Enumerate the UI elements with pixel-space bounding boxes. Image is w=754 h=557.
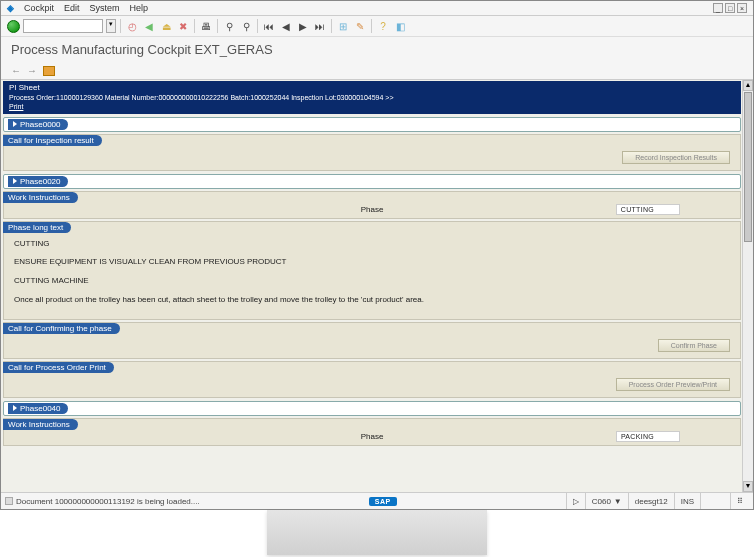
last-page-icon[interactable]: ⏭ <box>313 19 327 33</box>
phase-label: Phase <box>361 205 384 214</box>
header-details: Process Order:110000129360 Material Numb… <box>9 93 735 102</box>
call-inspection-panel: Call for Inspection result Record Inspec… <box>3 134 741 171</box>
longtext-line: CUTTING MACHINE <box>14 275 730 288</box>
expand-icon <box>13 121 17 127</box>
first-page-icon[interactable]: ⏮ <box>262 19 276 33</box>
phase-label: Phase <box>361 432 384 441</box>
menu-help[interactable]: Help <box>130 3 149 13</box>
longtext-line: CUTTING <box>14 238 730 251</box>
maximize-button[interactable]: □ <box>725 3 735 13</box>
folder-icon[interactable] <box>43 66 55 76</box>
close-button[interactable]: × <box>737 3 747 13</box>
help-icon[interactable]: ? <box>376 19 390 33</box>
page-title: Process Manufacturing Cockpit EXT_GERAS <box>1 37 753 62</box>
work-instr-tab[interactable]: Work Instructions <box>3 419 78 430</box>
call-print-panel: Call for Process Order Print Process Ord… <box>3 361 741 398</box>
po-preview-print-button[interactable]: Process Order Preview/Print <box>616 378 730 391</box>
new-session-icon[interactable]: ⊞ <box>336 19 350 33</box>
prev-page-icon[interactable]: ◀ <box>279 19 293 33</box>
status-message: Document 100000000000113192 is being loa… <box>16 497 200 506</box>
vertical-scrollbar[interactable]: ▲ ▼ <box>742 80 753 492</box>
longtext-line: Once all product on the trolley has been… <box>14 294 730 307</box>
expand-icon <box>13 178 17 184</box>
save-icon[interactable]: ◴ <box>125 19 139 33</box>
phase-0020-tab[interactable]: Phase0020 <box>8 176 68 187</box>
menu-system[interactable]: System <box>90 3 120 13</box>
back-icon[interactable]: ◀ <box>142 19 156 33</box>
toolbar: ▾ ◴ ◀ ⏏ ✖ 🖶 ⚲ ⚲ ⏮ ◀ ▶ ⏭ ⊞ ✎ ? ◧ <box>1 16 753 37</box>
nav-right-icon[interactable]: ▷ <box>573 497 579 506</box>
call-confirm-panel: Call for Confirming the phase Confirm Ph… <box>3 322 741 359</box>
phase-value-cutting: CUTTING <box>616 204 680 215</box>
menu-edit[interactable]: Edit <box>64 3 80 13</box>
call-confirm-tab[interactable]: Call for Confirming the phase <box>3 323 120 334</box>
layout-icon[interactable]: ◧ <box>393 19 407 33</box>
find-icon[interactable]: ⚲ <box>222 19 236 33</box>
pi-sheet-header: PI Sheet Process Order:110000129360 Mate… <box>3 81 741 114</box>
record-inspection-button[interactable]: Record Inspection Results <box>622 151 730 164</box>
status-client: C060 <box>592 497 611 506</box>
phase-0000-tab[interactable]: Phase0000 <box>8 119 68 130</box>
status-handle-icon[interactable] <box>5 497 13 505</box>
longtext-line: ENSURE EQUIPMENT IS VISUALLY CLEAN FROM … <box>14 256 730 269</box>
minimize-button[interactable]: _ <box>713 3 723 13</box>
call-inspection-tab[interactable]: Call for Inspection result <box>3 135 102 146</box>
status-grip-icon[interactable]: ⠿ <box>737 497 743 506</box>
command-field[interactable] <box>23 19 103 33</box>
header-title: PI Sheet <box>9 83 735 93</box>
header-print-link[interactable]: Print <box>9 102 735 111</box>
chevron-down-icon[interactable]: ▼ <box>614 497 622 506</box>
find-next-icon[interactable]: ⚲ <box>239 19 253 33</box>
scroll-thumb[interactable] <box>744 92 752 242</box>
work-instr-tab[interactable]: Work Instructions <box>3 192 78 203</box>
scroll-up-icon[interactable]: ▲ <box>743 80 753 91</box>
scroll-down-icon[interactable]: ▼ <box>743 481 753 492</box>
nav-back-icon[interactable]: ← <box>11 65 21 76</box>
expand-icon <box>13 405 17 411</box>
enter-icon[interactable] <box>7 20 20 33</box>
next-page-icon[interactable]: ▶ <box>296 19 310 33</box>
monitor-stand <box>267 510 487 555</box>
work-instr-panel-40: Work Instructions Phase PACKING <box>3 418 741 446</box>
cancel-icon[interactable]: ✖ <box>176 19 190 33</box>
status-mode: INS <box>674 493 700 509</box>
phase-0040-tab[interactable]: Phase0040 <box>8 403 68 414</box>
phase-longtext-panel: Phase long text CUTTING ENSURE EQUIPMENT… <box>3 221 741 320</box>
command-dropdown[interactable]: ▾ <box>106 19 116 33</box>
exit-icon[interactable]: ⏏ <box>159 19 173 33</box>
status-bar: Document 100000000000113192 is being loa… <box>1 492 753 509</box>
menu-cockpit[interactable]: Cockpit <box>24 3 54 13</box>
call-print-tab[interactable]: Call for Process Order Print <box>3 362 114 373</box>
sap-corner-icon: ◈ <box>7 3 14 13</box>
shortcut-icon[interactable]: ✎ <box>353 19 367 33</box>
status-user: deesgt12 <box>628 493 674 509</box>
confirm-phase-button[interactable]: Confirm Phase <box>658 339 730 352</box>
sap-logo: SAP <box>369 497 397 506</box>
nav-forward-icon[interactable]: → <box>27 65 37 76</box>
work-instr-panel-20: Work Instructions Phase CUTTING <box>3 191 741 219</box>
phase-longtext-tab[interactable]: Phase long text <box>3 222 71 233</box>
print-icon[interactable]: 🖶 <box>199 19 213 33</box>
phase-value-packing: PACKING <box>616 431 680 442</box>
